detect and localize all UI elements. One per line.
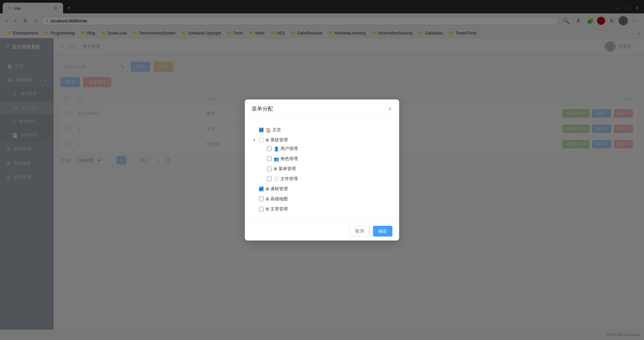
tree-checkbox-role[interactable]: [267, 156, 272, 161]
home-tree-text: 主页: [272, 127, 281, 133]
tree-label-file: 📄 文件管理: [274, 176, 298, 182]
tree-expand-map: [252, 197, 257, 201]
tree-node-user: 👤 用户管理: [260, 144, 392, 153]
tree-expand-system[interactable]: ▾: [252, 138, 257, 142]
tree-node-menu-content: ⊞ 菜单管理: [260, 164, 392, 173]
modal-confirm-button[interactable]: 确定: [373, 226, 392, 236]
tree-node-user-content: 👤 用户管理: [260, 144, 392, 153]
tree-expand-role: [260, 157, 265, 161]
modal-close-button[interactable]: ×: [387, 105, 392, 113]
tree-label-role: 👥 角色管理: [274, 156, 298, 162]
modal-cancel-button[interactable]: 取消: [350, 226, 370, 236]
tree-label-user: 👤 用户管理: [274, 146, 298, 152]
tree-label-article: ⊞ 文章管理: [266, 206, 288, 212]
tree-expand-home: [252, 128, 257, 132]
tree-node-home: 🏠 主页: [252, 126, 392, 134]
tree-node-menu: ⊞ 菜单管理: [260, 164, 392, 173]
tree-checkbox-system[interactable]: [259, 138, 264, 142]
menu-tree-icon: ⊞: [274, 166, 277, 171]
tree-node-home-content: 🏠 主页: [252, 126, 392, 134]
tree-checkbox-article[interactable]: [259, 207, 264, 211]
map-tree-text: 高德地图: [270, 196, 288, 202]
tree-checkbox-home[interactable]: [259, 128, 264, 132]
tree-expand-course: [252, 187, 257, 191]
user-tree-text: 用户管理: [280, 146, 298, 152]
tree-label-map: ⊞ 高德地图: [266, 196, 288, 202]
tree-node-map-content: ⊞ 高德地图: [252, 195, 392, 203]
menu-tree-text: 菜单管理: [278, 166, 296, 172]
tree-label-system: ⊞ 系统管理: [266, 137, 288, 143]
modal-footer: 取消 确定: [245, 221, 399, 241]
course-tree-icon: ⊞: [266, 187, 269, 191]
tree-expand-menu: [260, 167, 265, 171]
tree-expand-user: [260, 147, 265, 151]
home-tree-icon: 🏠: [266, 128, 271, 133]
modal-title: 菜单分配: [252, 106, 273, 113]
file-tree-text: 文件管理: [280, 176, 298, 182]
tree-expand-article: [252, 207, 257, 211]
tree-node-map: ⊞ 高德地图: [252, 195, 392, 203]
tree-checkbox-map[interactable]: [259, 197, 264, 201]
modal-body: 🏠 主页 ▾ ⊞ 系统管理: [245, 119, 399, 221]
tree-children-system: 👤 用户管理 👥 角色管理: [252, 144, 392, 183]
tree-checkbox-course[interactable]: [259, 187, 264, 191]
tree-node-file-content: 📄 文件管理: [260, 175, 392, 183]
tree-label-menu: ⊞ 菜单管理: [274, 166, 296, 172]
tree-node-file: 📄 文件管理: [260, 175, 392, 183]
tree-label-home: 🏠 主页: [266, 127, 281, 133]
user-tree-icon: 👤: [274, 146, 279, 151]
tree-node-course-content: ⊞ 课程管理: [252, 185, 392, 193]
role-tree-icon: 👥: [274, 156, 279, 161]
file-tree-icon: 📄: [274, 177, 279, 182]
tree-checkbox-menu[interactable]: [267, 166, 272, 171]
tree-node-role: 👥 角色管理: [260, 154, 392, 163]
system-tree-icon: ⊞: [266, 138, 269, 142]
modal-dialog: 菜单分配 × 🏠 主页 ▾: [245, 99, 399, 241]
modal-overlay: 菜单分配 × 🏠 主页 ▾: [0, 0, 644, 330]
role-tree-text: 角色管理: [280, 156, 298, 162]
modal-header: 菜单分配 ×: [245, 99, 399, 119]
tree-checkbox-user[interactable]: [267, 146, 272, 151]
system-tree-text: 系统管理: [270, 137, 288, 143]
tree-node-system: ▾ ⊞ 系统管理 👤: [252, 136, 392, 183]
tree-node-course: ⊞ 课程管理: [252, 185, 392, 193]
article-tree-icon: ⊞: [266, 207, 269, 211]
tree-expand-file: [260, 177, 265, 181]
tree-node-system-content: ▾ ⊞ 系统管理: [252, 136, 392, 144]
article-tree-text: 文章管理: [270, 206, 288, 212]
tree-node-article: ⊞ 文章管理: [252, 205, 392, 213]
course-tree-text: 课程管理: [270, 186, 288, 192]
map-tree-icon: ⊞: [266, 197, 269, 201]
tree-node-role-content: 👥 角色管理: [260, 154, 392, 163]
tree-label-course: ⊞ 课程管理: [266, 186, 288, 192]
tree-node-article-content: ⊞ 文章管理: [252, 205, 392, 213]
tree-checkbox-file[interactable]: [267, 177, 272, 181]
